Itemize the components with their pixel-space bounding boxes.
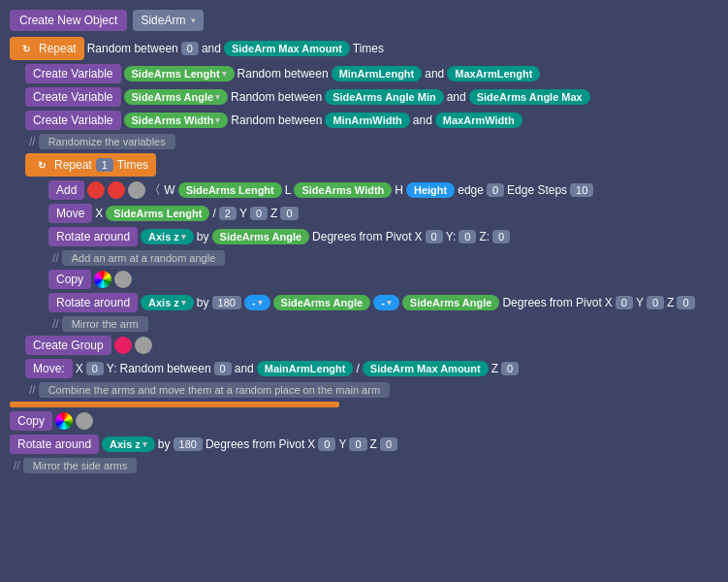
move-label-1: Move	[48, 204, 92, 223]
move-block-2: Move: X 0 Y: Random between 0 and MainAr…	[25, 359, 718, 378]
add-block: Add 〈 W SideArms Lenght L SideArms Width…	[48, 180, 718, 200]
edge-steps-val[interactable]: 10	[570, 183, 593, 197]
rainbow-icon-1	[94, 271, 111, 288]
sidearm-dropdown[interactable]: SideArm ▾	[133, 10, 204, 31]
create-group-block: Create Group	[25, 336, 718, 355]
cv-label-3: Create Variable	[25, 111, 121, 130]
rotate-angle-1[interactable]: SideArms Angle	[273, 295, 371, 310]
rotate-by-1[interactable]: SideArms Angle	[212, 229, 310, 244]
main-arm-lenght[interactable]: MainArmLenght	[257, 361, 354, 376]
move-block-1: Move X SideArms Lenght / 2 Y 0 Z 0	[48, 204, 718, 223]
rotate-label-1: Rotate around	[48, 227, 138, 246]
pivot-x-3[interactable]: 0	[318, 437, 335, 451]
comment-text-5: Mirror the side arms	[23, 458, 138, 473]
repeat-2-badge: ↻	[33, 156, 50, 174]
max-arm-width[interactable]: MaxArmWidth	[435, 113, 522, 128]
pivot-y-1[interactable]: 0	[459, 230, 476, 243]
move-div-2[interactable]: 2	[219, 207, 237, 220]
comment-add-arm: // Add an arm at a random angle	[48, 250, 718, 266]
add-h-val[interactable]: Height	[406, 182, 455, 198]
sidearms-angle-var[interactable]: SideArms Angle ▾	[124, 89, 229, 105]
copy-label-1: Copy	[48, 270, 91, 289]
pivot-z-1[interactable]: 0	[492, 230, 510, 243]
repeat-badge: ↻	[17, 40, 35, 57]
red-circle-2-icon	[108, 181, 125, 199]
comment-text-2: Add an arm at a random angle	[62, 250, 226, 266]
axis-z-2[interactable]: Axis z ▾	[141, 295, 194, 310]
sidearm-max-2[interactable]: SideArm Max Amount	[363, 361, 489, 376]
sidearms-angle-min[interactable]: SideArms Angle Min	[325, 89, 444, 105]
copy-label-2: Copy	[10, 411, 52, 431]
chevron-icon: 〈	[148, 181, 161, 199]
pivot-z-2[interactable]: 0	[677, 296, 694, 309]
move-y-val[interactable]: 0	[250, 207, 268, 220]
sidearm-max-amount[interactable]: SideArm Max Amount	[224, 41, 350, 56]
copy-block-1: Copy	[48, 270, 718, 289]
repeat-block-1: ↻ Repeat Random between 0 and SideArm Ma…	[10, 37, 718, 60]
pivot-y-2[interactable]: 0	[647, 296, 664, 309]
sidearms-width-var[interactable]: SideArms Width ▾	[124, 113, 229, 128]
rotate-180[interactable]: 180	[212, 296, 241, 309]
axis-z-3[interactable]: Axis z ▾	[102, 436, 155, 452]
gray-circle-icon	[128, 181, 145, 199]
move2-x[interactable]: 0	[86, 362, 104, 375]
red-circle-icon	[87, 181, 105, 199]
rotate-block-1: Rotate around Axis z ▾ by SideArms Angle…	[48, 227, 718, 246]
min-arm-width[interactable]: MinArmWidth	[325, 113, 409, 128]
create-var-2: Create Variable SideArms Angle ▾ Random …	[25, 87, 718, 107]
add-label: Add	[48, 180, 84, 200]
repeat-2-header[interactable]: ↻ Repeat 1 Times	[25, 153, 156, 177]
comment-text-3: Mirror the arm	[62, 316, 148, 332]
min-arm-lenght[interactable]: MinArmLenght	[332, 66, 423, 81]
comment-text-1: Randomize the variables	[39, 134, 175, 149]
rotate-block-3: Rotate around Axis z ▾ by 180 Degrees fr…	[10, 435, 718, 454]
rotate-label-2: Rotate around	[48, 293, 138, 312]
create-var-1: Create Variable SideArms Lenght ▾ Random…	[25, 64, 718, 83]
add-w-val[interactable]: SideArms Lenght	[178, 182, 282, 198]
repeat-block-2: ↻ Repeat 1 Times	[25, 153, 718, 177]
move2-z[interactable]: 0	[501, 362, 519, 375]
sidearms-angle-max[interactable]: SideArms Angle Max	[469, 89, 590, 105]
move-z-val[interactable]: 0	[280, 207, 298, 220]
comment-text-4: Combine the arms and move them at a rand…	[39, 382, 390, 398]
move2-y-from[interactable]: 0	[214, 362, 232, 375]
orange-bar	[10, 402, 339, 407]
repeat-header[interactable]: ↻ Repeat	[10, 37, 84, 60]
rotate-minus[interactable]: - ▾	[244, 295, 270, 310]
chevron-down-icon: ▾	[191, 16, 196, 25]
create-group-label: Create Group	[25, 336, 111, 355]
gray-c-icon-2	[76, 412, 93, 430]
header-row: Create New Object SideArm ▾	[10, 10, 718, 31]
move-x-val[interactable]: SideArms Lenght	[106, 206, 209, 221]
comment-mirror-arm: // Mirror the arm	[48, 316, 718, 332]
pivot-x-1[interactable]: 0	[426, 230, 443, 243]
comment-combine: // Combine the arms and move them at a r…	[25, 382, 718, 398]
comment-mirror-side: // Mirror the side arms	[10, 458, 718, 473]
rotate-angle-2[interactable]: SideArms Angle	[402, 295, 500, 310]
add-l-val[interactable]: SideArms Width	[294, 182, 392, 198]
create-var-3: Create Variable SideArms Width ▾ Random …	[25, 111, 718, 130]
pivot-x-2[interactable]: 0	[616, 296, 633, 309]
cv-label-1: Create Variable	[25, 64, 121, 83]
sidearms-lenght-var[interactable]: SideArms Lenght ▾	[124, 66, 235, 81]
gray-c-icon-1	[114, 271, 132, 288]
rainbow-icon-2	[55, 412, 73, 430]
group-red-icon	[114, 337, 132, 354]
rotate-minus-2[interactable]: - ▾	[373, 295, 399, 310]
copy-block-2: Copy	[10, 411, 718, 431]
edge-val[interactable]: 0	[487, 183, 504, 197]
main-container: Create New Object SideArm ▾ ↻ Repeat Ran…	[10, 10, 718, 473]
create-new-button[interactable]: Create New Object	[10, 10, 127, 31]
pivot-y-3[interactable]: 0	[349, 437, 366, 451]
move-label-2: Move:	[25, 359, 73, 378]
pivot-z-3[interactable]: 0	[380, 437, 397, 451]
rotate-block-2: Rotate around Axis z ▾ by 180 - ▾ SideAr…	[48, 293, 718, 312]
cv-label-2: Create Variable	[25, 87, 121, 107]
rotate-label-3: Rotate around	[10, 435, 99, 454]
num-0[interactable]: 0	[181, 42, 199, 55]
comment-randomize: // Randomize the variables	[25, 134, 718, 149]
repeat-2-count[interactable]: 1	[96, 158, 113, 172]
axis-z-1[interactable]: Axis z ▾	[141, 229, 194, 244]
rotate-180-2[interactable]: 180	[174, 437, 203, 451]
max-arm-lenght[interactable]: MaxArmLenght	[447, 66, 540, 81]
